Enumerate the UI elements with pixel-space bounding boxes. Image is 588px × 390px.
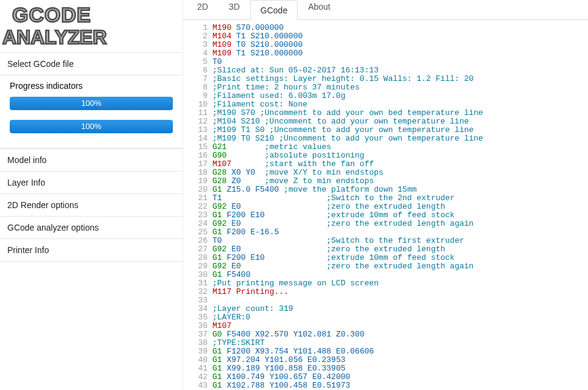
code-line: 30G1 F5400 [183, 271, 588, 279]
code-line: 35;LAYER:0 [183, 313, 588, 322]
line-number: 5 [183, 58, 212, 66]
sidebar-item-layer-info[interactable]: Layer Info [0, 171, 183, 194]
line-number: 12 [183, 117, 212, 126]
tab-2d[interactable]: 2D [187, 0, 219, 18]
code-text: M107 [212, 322, 231, 330]
code-text: ;Layer count: 319 [212, 305, 293, 313]
line-number: 9 [183, 92, 212, 100]
line-number: 19 [183, 177, 212, 186]
code-line: 6;Sliced at: Sun 05-02-2017 16:13:13 [183, 66, 588, 75]
code-text: ;TYPE:SKIRT [212, 339, 265, 347]
line-number: 40 [183, 356, 212, 364]
code-line: 14;M109 T0 S210 ;Uncomment to add your o… [183, 134, 588, 143]
code-line: 23G1 F200 E10 ;extrude 10mm of feed stoc… [183, 211, 588, 220]
line-number: 31 [183, 279, 212, 288]
line-number: 11 [183, 109, 212, 117]
line-number: 36 [183, 322, 212, 330]
sidebar-item-gcode-analyzer-options[interactable]: GCode analyzer options [0, 216, 183, 239]
code-text: M109 T1 S210.000000 [212, 49, 303, 58]
code-text: ;Filament used: 6.003m 17.0g [212, 92, 345, 100]
sidebar: GCODE ANALYZER GCODE ANALYZER Select GCo… [0, 0, 183, 390]
tab-bar: 2D3DGCodeAbout [183, 0, 588, 20]
sidebar-item-printer-info[interactable]: Printer Info [0, 239, 183, 262]
line-number: 43 [183, 381, 212, 390]
code-line: 4M109 T1 S210.000000 [183, 49, 588, 58]
tab-gcode[interactable]: GCode [250, 0, 298, 20]
logo-svg: GCODE ANALYZER GCODE ANALYZER [1, 1, 172, 49]
code-text: ;M104 S210 ;Uncomment to add your own te… [212, 117, 469, 126]
progress-bar-1: 100% [10, 97, 173, 110]
code-line: 15G21 ;metric values [183, 143, 588, 151]
code-line: 26T0 ;Switch to the first extruder [183, 237, 588, 245]
code-line: 32M117 Printing... [183, 288, 588, 296]
app-logo: GCODE ANALYZER GCODE ANALYZER [0, 0, 183, 52]
code-line: 37G0 F5400 X92.570 Y102.081 Z0.300 [183, 330, 588, 339]
code-text: G1 Z15.0 F5400 ;move the platform down 1… [212, 186, 417, 194]
code-text: ;Sliced at: Sun 05-02-2017 16:13:13 [212, 66, 379, 75]
code-text: G1 X102.788 Y100.458 E0.51973 [212, 381, 350, 390]
code-text: G92 E0 ;zero the extruded length [212, 245, 445, 254]
code-text: G92 E0 ;zero the extruded length again [212, 262, 474, 271]
code-line: 9;Filament used: 6.003m 17.0g [183, 92, 588, 100]
sidebar-item-model-info[interactable]: Model info [0, 148, 183, 172]
code-line: 29G92 E0 ;zero the extruded length again [183, 262, 588, 271]
tab-3d[interactable]: 3D [219, 0, 250, 18]
line-number: 4 [183, 49, 212, 58]
code-text: ;M109 T0 S210 ;Uncomment to add your own… [212, 134, 483, 143]
line-number: 15 [183, 143, 212, 151]
code-text: M190 S70.000000 [212, 24, 284, 32]
line-number: 10 [183, 100, 212, 109]
line-number: 21 [183, 194, 212, 203]
code-line: 13;M109 T1 S0 ;Uncomment to add your own… [183, 126, 588, 134]
code-text: G1 X99.189 Y100.858 E0.33905 [212, 364, 346, 373]
line-number: 33 [183, 296, 212, 305]
line-number: 39 [183, 347, 212, 356]
line-number: 25 [183, 228, 212, 237]
code-text: G28 Z0 ;move Z to min endstops [212, 177, 374, 186]
line-number: 8 [183, 83, 212, 92]
code-line: 11;M190 S70 ;Uncomment to add your own b… [183, 109, 588, 117]
sidebar-item-2d-render-options[interactable]: 2D Render options [0, 193, 183, 217]
select-file-button[interactable]: Select GCode file [0, 52, 183, 75]
line-number: 35 [183, 313, 212, 322]
code-line: 40G1 X97.204 Y101.056 E0.23953 [183, 356, 588, 364]
code-line: 36M107 [183, 322, 588, 330]
code-line: 41G1 X99.189 Y100.858 E0.33905 [183, 364, 588, 373]
code-line: 7;Basic settings: Layer height: 0.15 Wal… [183, 75, 588, 83]
code-text: ;Put printing message on LCD screen [212, 279, 379, 288]
code-text: G21 ;metric values [212, 143, 331, 151]
line-number: 32 [183, 288, 212, 296]
code-text: M104 T1 S210.000000 [212, 32, 303, 41]
line-number: 7 [183, 75, 212, 83]
line-number: 16 [183, 151, 212, 160]
line-number: 26 [183, 237, 212, 245]
code-text: M109 T0 S210.000000 [212, 41, 303, 49]
code-text: G92 E0 ;zero the extruded length [212, 203, 445, 211]
line-number: 2 [183, 32, 212, 41]
line-number: 13 [183, 126, 212, 134]
code-line: 28G1 F200 E10 ;extrude 10mm of feed stoc… [183, 254, 588, 262]
code-text: ;Print time: 2 hours 37 minutes [212, 83, 360, 92]
line-number: 30 [183, 271, 212, 279]
code-line: 24G92 E0 ;zero the extruded length again [183, 220, 588, 228]
line-number: 18 [183, 169, 212, 177]
line-number: 22 [183, 203, 212, 211]
line-number: 34 [183, 305, 212, 313]
line-number: 23 [183, 211, 212, 220]
line-number: 38 [183, 339, 212, 347]
code-line: 1M190 S70.000000 [183, 24, 588, 32]
code-text: T0 ;Switch to the first extruder [212, 237, 464, 245]
code-text: M107 ;start with the fan off [212, 160, 374, 169]
svg-text:GCODE: GCODE [12, 3, 91, 26]
code-text: ;Basic settings: Layer height: 0.15 Wall… [212, 75, 474, 83]
tab-about[interactable]: About [298, 0, 341, 18]
line-number: 24 [183, 220, 212, 228]
gcode-viewer[interactable]: 1M190 S70.0000002M104 T1 S210.0000003M10… [183, 20, 588, 390]
line-number: 3 [183, 41, 212, 49]
progress-header: Progress indicators [10, 80, 173, 97]
line-number: 28 [183, 254, 212, 262]
code-text: ;LAYER:0 [212, 313, 250, 322]
code-line: 18G28 X0 Y0 ;move X/Y to min endstops [183, 169, 588, 177]
line-number: 42 [183, 373, 212, 381]
code-text: G1 F200 E10 ;extrude 10mm of feed stock [212, 254, 455, 262]
